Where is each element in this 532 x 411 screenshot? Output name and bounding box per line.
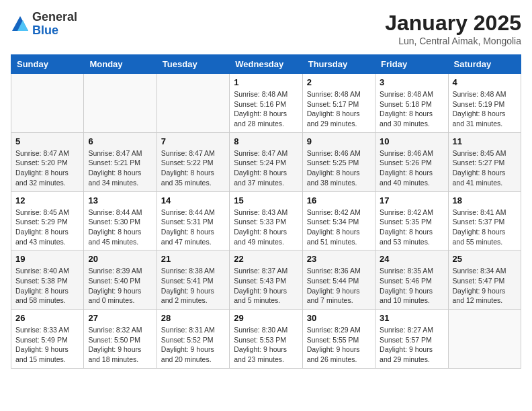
calendar-header-row: Sunday Monday Tuesday Wednesday Thursday… <box>11 55 521 74</box>
day-number: 6 <box>88 136 152 146</box>
day-number: 16 <box>307 195 371 205</box>
calendar-cell: 22Sunrise: 8:37 AM Sunset: 5:43 PM Dayli… <box>230 250 302 310</box>
calendar-cell: 29Sunrise: 8:30 AM Sunset: 5:53 PM Dayli… <box>230 310 302 369</box>
calendar-cell: 28Sunrise: 8:31 AM Sunset: 5:52 PM Dayli… <box>157 310 229 369</box>
day-number: 10 <box>380 136 443 146</box>
title-block: January 2025 Lun, Central Aimak, Mongoli… <box>385 11 521 46</box>
cell-sun-info: Sunrise: 8:29 AM Sunset: 5:55 PM Dayligh… <box>307 325 371 365</box>
calendar-cell: 13Sunrise: 8:44 AM Sunset: 5:30 PM Dayli… <box>84 191 157 250</box>
calendar-cell: 19Sunrise: 8:40 AM Sunset: 5:38 PM Dayli… <box>11 250 84 310</box>
location-subtitle: Lun, Central Aimak, Mongolia <box>385 36 521 46</box>
day-number: 7 <box>161 136 225 146</box>
calendar-cell: 5Sunrise: 8:47 AM Sunset: 5:20 PM Daylig… <box>11 132 84 191</box>
day-number: 28 <box>161 313 225 323</box>
day-number: 15 <box>234 195 298 205</box>
cell-sun-info: Sunrise: 8:47 AM Sunset: 5:22 PM Dayligh… <box>161 148 225 188</box>
day-number: 23 <box>307 254 371 264</box>
col-sunday: Sunday <box>11 55 84 74</box>
day-number: 8 <box>234 136 298 146</box>
calendar-cell: 27Sunrise: 8:32 AM Sunset: 5:50 PM Dayli… <box>84 310 157 369</box>
day-number: 13 <box>88 195 152 205</box>
day-number: 18 <box>453 195 517 205</box>
calendar-cell <box>84 74 157 133</box>
calendar-week-row: 5Sunrise: 8:47 AM Sunset: 5:20 PM Daylig… <box>11 132 521 191</box>
day-number: 11 <box>453 136 517 146</box>
cell-sun-info: Sunrise: 8:31 AM Sunset: 5:52 PM Dayligh… <box>161 325 225 365</box>
cell-sun-info: Sunrise: 8:46 AM Sunset: 5:26 PM Dayligh… <box>380 148 443 188</box>
cell-sun-info: Sunrise: 8:47 AM Sunset: 5:24 PM Dayligh… <box>234 148 298 188</box>
calendar-cell: 11Sunrise: 8:45 AM Sunset: 5:27 PM Dayli… <box>448 132 521 191</box>
day-number: 22 <box>234 254 298 264</box>
cell-sun-info: Sunrise: 8:38 AM Sunset: 5:41 PM Dayligh… <box>161 266 225 306</box>
calendar-cell: 3Sunrise: 8:48 AM Sunset: 5:18 PM Daylig… <box>375 74 448 133</box>
day-number: 19 <box>15 254 79 264</box>
cell-sun-info: Sunrise: 8:27 AM Sunset: 5:57 PM Dayligh… <box>380 325 443 365</box>
cell-sun-info: Sunrise: 8:37 AM Sunset: 5:43 PM Dayligh… <box>234 266 298 306</box>
cell-sun-info: Sunrise: 8:47 AM Sunset: 5:20 PM Dayligh… <box>15 148 79 188</box>
day-number: 12 <box>15 195 79 205</box>
cell-sun-info: Sunrise: 8:36 AM Sunset: 5:44 PM Dayligh… <box>307 266 371 306</box>
cell-sun-info: Sunrise: 8:35 AM Sunset: 5:46 PM Dayligh… <box>380 266 443 306</box>
col-tuesday: Tuesday <box>157 55 229 74</box>
cell-sun-info: Sunrise: 8:43 AM Sunset: 5:33 PM Dayligh… <box>234 208 298 247</box>
calendar-cell: 15Sunrise: 8:43 AM Sunset: 5:33 PM Dayli… <box>230 191 302 250</box>
logo-text: General Blue <box>32 11 77 38</box>
col-thursday: Thursday <box>302 55 375 74</box>
calendar-cell: 20Sunrise: 8:39 AM Sunset: 5:40 PM Dayli… <box>84 250 157 310</box>
col-wednesday: Wednesday <box>230 55 302 74</box>
calendar-cell: 10Sunrise: 8:46 AM Sunset: 5:26 PM Dayli… <box>375 132 448 191</box>
calendar-cell: 16Sunrise: 8:42 AM Sunset: 5:34 PM Dayli… <box>302 191 375 250</box>
cell-sun-info: Sunrise: 8:47 AM Sunset: 5:21 PM Dayligh… <box>88 148 152 188</box>
cell-sun-info: Sunrise: 8:48 AM Sunset: 5:19 PM Dayligh… <box>453 89 517 129</box>
day-number: 29 <box>234 313 298 323</box>
cell-sun-info: Sunrise: 8:44 AM Sunset: 5:31 PM Dayligh… <box>161 208 225 247</box>
day-number: 5 <box>15 136 79 146</box>
day-number: 21 <box>161 254 225 264</box>
cell-sun-info: Sunrise: 8:45 AM Sunset: 5:27 PM Dayligh… <box>453 148 517 188</box>
calendar-cell: 23Sunrise: 8:36 AM Sunset: 5:44 PM Dayli… <box>302 250 375 310</box>
day-number: 4 <box>453 77 517 87</box>
calendar-cell: 25Sunrise: 8:34 AM Sunset: 5:47 PM Dayli… <box>448 250 521 310</box>
calendar-cell: 6Sunrise: 8:47 AM Sunset: 5:21 PM Daylig… <box>84 132 157 191</box>
cell-sun-info: Sunrise: 8:42 AM Sunset: 5:35 PM Dayligh… <box>380 208 443 247</box>
calendar-cell: 12Sunrise: 8:45 AM Sunset: 5:29 PM Dayli… <box>11 191 84 250</box>
cell-sun-info: Sunrise: 8:39 AM Sunset: 5:40 PM Dayligh… <box>88 266 152 306</box>
cell-sun-info: Sunrise: 8:42 AM Sunset: 5:34 PM Dayligh… <box>307 208 371 247</box>
col-friday: Friday <box>375 55 448 74</box>
day-number: 25 <box>453 254 517 264</box>
month-year-title: January 2025 <box>385 11 521 36</box>
day-number: 20 <box>88 254 152 264</box>
cell-sun-info: Sunrise: 8:48 AM Sunset: 5:18 PM Dayligh… <box>380 89 443 129</box>
calendar-week-row: 19Sunrise: 8:40 AM Sunset: 5:38 PM Dayli… <box>11 250 521 310</box>
cell-sun-info: Sunrise: 8:48 AM Sunset: 5:17 PM Dayligh… <box>307 89 371 129</box>
cell-sun-info: Sunrise: 8:33 AM Sunset: 5:49 PM Dayligh… <box>15 325 79 365</box>
day-number: 2 <box>307 77 371 87</box>
day-number: 1 <box>234 77 298 87</box>
calendar-cell <box>11 74 84 133</box>
day-number: 31 <box>380 313 443 323</box>
col-monday: Monday <box>84 55 157 74</box>
col-saturday: Saturday <box>448 55 521 74</box>
calendar-week-row: 26Sunrise: 8:33 AM Sunset: 5:49 PM Dayli… <box>11 310 521 369</box>
cell-sun-info: Sunrise: 8:41 AM Sunset: 5:37 PM Dayligh… <box>453 208 517 247</box>
cell-sun-info: Sunrise: 8:45 AM Sunset: 5:29 PM Dayligh… <box>15 208 79 247</box>
day-number: 27 <box>88 313 152 323</box>
day-number: 3 <box>380 77 443 87</box>
logo: General Blue <box>11 11 77 38</box>
calendar-cell: 17Sunrise: 8:42 AM Sunset: 5:35 PM Dayli… <box>375 191 448 250</box>
day-number: 14 <box>161 195 225 205</box>
calendar-cell: 21Sunrise: 8:38 AM Sunset: 5:41 PM Dayli… <box>157 250 229 310</box>
logo-icon <box>11 15 30 34</box>
cell-sun-info: Sunrise: 8:44 AM Sunset: 5:30 PM Dayligh… <box>88 208 152 247</box>
day-number: 9 <box>307 136 371 146</box>
calendar-cell <box>448 310 521 369</box>
calendar-cell: 18Sunrise: 8:41 AM Sunset: 5:37 PM Dayli… <box>448 191 521 250</box>
day-number: 17 <box>380 195 443 205</box>
calendar-cell: 26Sunrise: 8:33 AM Sunset: 5:49 PM Dayli… <box>11 310 84 369</box>
day-number: 24 <box>380 254 443 264</box>
calendar-cell: 1Sunrise: 8:48 AM Sunset: 5:16 PM Daylig… <box>230 74 302 133</box>
calendar-cell: 14Sunrise: 8:44 AM Sunset: 5:31 PM Dayli… <box>157 191 229 250</box>
cell-sun-info: Sunrise: 8:48 AM Sunset: 5:16 PM Dayligh… <box>234 89 298 129</box>
cell-sun-info: Sunrise: 8:32 AM Sunset: 5:50 PM Dayligh… <box>88 325 152 365</box>
calendar-cell: 30Sunrise: 8:29 AM Sunset: 5:55 PM Dayli… <box>302 310 375 369</box>
